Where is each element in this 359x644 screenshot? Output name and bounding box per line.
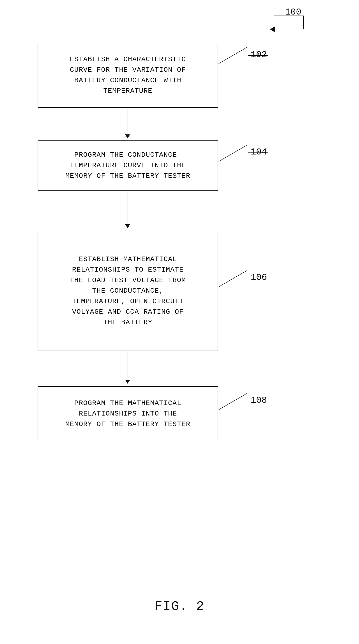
ref-100-vert-line xyxy=(303,16,304,29)
connector-1-arrow xyxy=(125,134,130,138)
box-102: ESTABLISH A CHARACTERISTIC CURVE FOR THE… xyxy=(38,43,218,108)
connector-2 xyxy=(128,191,128,226)
box-108-text: PROGRAM THE MATHEMATICAL RELATIONSHIPS I… xyxy=(65,398,190,430)
box-102-text: ESTABLISH A CHARACTERISTIC CURVE FOR THE… xyxy=(70,54,186,96)
connector-3-arrow xyxy=(125,380,130,384)
connector-2-arrow xyxy=(125,224,130,228)
ref-104-diag-line xyxy=(219,145,247,162)
ref-100-horiz-line xyxy=(274,16,304,16)
box-106-text: ESTABLISH MATHEMATICAL RELATIONSHIPS TO … xyxy=(70,254,186,328)
ref-108-diag-line xyxy=(219,393,247,410)
connector-3 xyxy=(128,351,128,381)
ref-102-label: 102 xyxy=(251,50,267,60)
fig-label: FIG. 2 xyxy=(154,599,204,614)
ref-108-label: 108 xyxy=(251,395,267,406)
ref-100-arrow xyxy=(270,26,275,32)
box-104-text: PROGRAM THE CONDUCTANCE- TEMPERATURE CUR… xyxy=(65,150,190,181)
connector-1 xyxy=(128,108,128,135)
ref-102-diag-line xyxy=(219,47,247,64)
ref-104-label: 104 xyxy=(251,147,267,157)
box-104: PROGRAM THE CONDUCTANCE- TEMPERATURE CUR… xyxy=(38,140,218,191)
ref-106-label: 106 xyxy=(251,272,267,283)
box-108: PROGRAM THE MATHEMATICAL RELATIONSHIPS I… xyxy=(38,386,218,441)
diagram-container: 100 ESTABLISH A CHARACTERISTIC CURVE FOR… xyxy=(0,0,359,644)
ref-106-diag-line xyxy=(219,270,247,287)
box-106: ESTABLISH MATHEMATICAL RELATIONSHIPS TO … xyxy=(38,231,218,351)
